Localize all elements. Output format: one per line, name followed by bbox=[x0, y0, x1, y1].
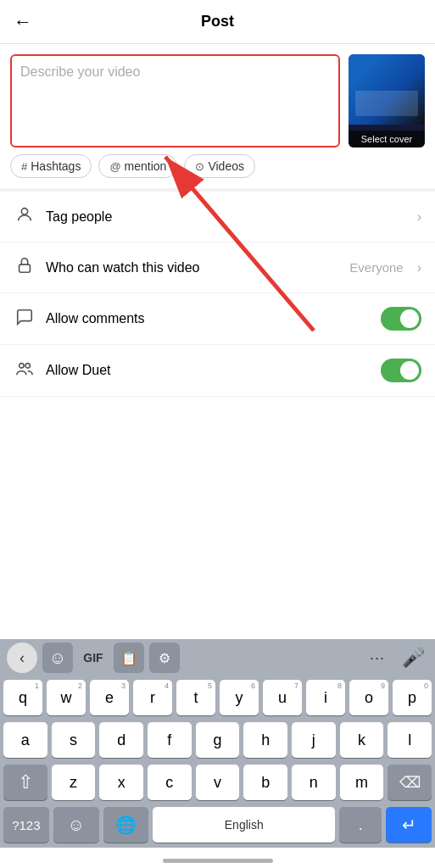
key-u[interactable]: u7 bbox=[263, 680, 302, 715]
clipboard-button[interactable]: 📋 bbox=[114, 643, 144, 673]
allow-duet-toggle[interactable] bbox=[381, 359, 421, 382]
who-can-watch-row[interactable]: Who can watch this video Everyone › bbox=[0, 242, 435, 293]
keyboard-bottom-row: ?123 ☺ 🌐 English . ↵ bbox=[0, 807, 435, 848]
videos-label: Videos bbox=[208, 159, 244, 173]
return-icon: ↵ bbox=[402, 815, 416, 835]
mention-icon: @ bbox=[109, 160, 120, 173]
allow-comments-row: Allow comments bbox=[0, 293, 435, 345]
keyboard-back-button[interactable]: ‹ bbox=[7, 643, 37, 673]
allow-comments-toggle[interactable] bbox=[381, 307, 421, 331]
tag-pills-row: # Hashtags @ mention ⊙ Videos bbox=[0, 154, 435, 188]
select-cover-label[interactable]: Select cover bbox=[349, 131, 425, 147]
cover-thumbnail[interactable]: Select cover bbox=[349, 54, 425, 147]
mic-button[interactable]: 🎤 bbox=[398, 643, 428, 673]
videos-pill[interactable]: ⊙ Videos bbox=[184, 154, 255, 178]
key-a[interactable]: a bbox=[3, 722, 47, 758]
key-g[interactable]: g bbox=[196, 722, 240, 758]
svg-point-0 bbox=[21, 209, 27, 214]
videos-icon: ⊙ bbox=[195, 160, 204, 173]
key-o[interactable]: o9 bbox=[349, 680, 388, 715]
num-label: ?123 bbox=[12, 818, 40, 832]
lock-icon bbox=[14, 256, 36, 279]
header: ← Post bbox=[0, 0, 435, 44]
backspace-key[interactable]: ⌫ bbox=[388, 765, 432, 800]
svg-rect-1 bbox=[20, 264, 31, 272]
tag-people-row[interactable]: Tag people › bbox=[0, 192, 435, 242]
key-r[interactable]: r4 bbox=[133, 680, 172, 715]
key-t[interactable]: t5 bbox=[176, 680, 215, 715]
globe-key[interactable]: 🌐 bbox=[103, 807, 149, 843]
key-d[interactable]: d bbox=[99, 722, 143, 758]
key-k[interactable]: k bbox=[340, 722, 384, 758]
shift-key[interactable]: ⇧ bbox=[3, 765, 47, 800]
keyboard: ‹ ☺ GIF 📋 ⚙ ··· 🎤 q1 w2 e3 r4 t5 y6 u7 i… bbox=[0, 639, 435, 848]
tag-people-label: Tag people bbox=[46, 209, 404, 225]
space-label: English bbox=[225, 818, 264, 832]
allow-duet-row: Allow Duet bbox=[0, 345, 435, 397]
tag-people-arrow: › bbox=[417, 209, 421, 225]
allow-comments-label: Allow comments bbox=[46, 311, 371, 326]
return-key[interactable]: ↵ bbox=[386, 807, 432, 843]
gif-button[interactable]: GIF bbox=[78, 643, 109, 673]
allow-duet-label: Allow Duet bbox=[46, 363, 371, 378]
key-row-2: a s d f g h j k l bbox=[3, 722, 432, 758]
key-p[interactable]: p0 bbox=[393, 680, 432, 715]
page-title: Post bbox=[201, 13, 234, 31]
space-key[interactable]: English bbox=[153, 807, 335, 843]
who-can-watch-value: Everyone bbox=[349, 260, 403, 275]
key-j[interactable]: j bbox=[292, 722, 336, 758]
key-i[interactable]: i8 bbox=[306, 680, 345, 715]
hashtag-icon: # bbox=[21, 160, 27, 173]
svg-point-2 bbox=[20, 363, 24, 368]
mention-label: mention bbox=[125, 159, 167, 173]
keyboard-keys: q1 w2 e3 r4 t5 y6 u7 i8 o9 p0 a s d f g … bbox=[0, 676, 435, 800]
period-key[interactable]: . bbox=[339, 807, 382, 843]
who-can-watch-label: Who can watch this video bbox=[46, 260, 339, 275]
key-q[interactable]: q1 bbox=[3, 680, 42, 715]
description-placeholder: Describe your video bbox=[20, 64, 140, 79]
emoji-icon: ☺ bbox=[67, 815, 84, 835]
key-h[interactable]: h bbox=[243, 722, 287, 758]
person-icon bbox=[14, 205, 36, 228]
key-c[interactable]: c bbox=[148, 765, 192, 800]
description-section: Describe your video Select cover bbox=[0, 44, 435, 154]
key-s[interactable]: s bbox=[52, 722, 96, 758]
key-row-3: ⇧ z x c v b n m ⌫ bbox=[3, 765, 432, 800]
emoji-board-button[interactable]: ☺ bbox=[42, 643, 73, 673]
key-x[interactable]: x bbox=[99, 765, 143, 800]
mention-pill[interactable]: @ mention bbox=[98, 154, 177, 178]
key-w[interactable]: w2 bbox=[47, 680, 86, 715]
hashtags-pill[interactable]: # Hashtags bbox=[10, 154, 92, 178]
key-z[interactable]: z bbox=[52, 765, 96, 800]
keyboard-toolbar: ‹ ☺ GIF 📋 ⚙ ··· 🎤 bbox=[0, 639, 435, 676]
key-n[interactable]: n bbox=[292, 765, 336, 800]
key-v[interactable]: v bbox=[196, 765, 240, 800]
key-b[interactable]: b bbox=[243, 765, 287, 800]
thumbnail-image bbox=[349, 54, 425, 125]
key-l[interactable]: l bbox=[388, 722, 432, 758]
description-input[interactable]: Describe your video bbox=[10, 54, 340, 147]
key-row-1: q1 w2 e3 r4 t5 y6 u7 i8 o9 p0 bbox=[3, 680, 432, 715]
more-options-button[interactable]: ··· bbox=[362, 643, 393, 673]
key-e[interactable]: e3 bbox=[90, 680, 129, 715]
gif-label: GIF bbox=[83, 651, 103, 665]
svg-point-3 bbox=[25, 363, 30, 368]
back-button[interactable]: ← bbox=[14, 11, 32, 33]
emoji-key[interactable]: ☺ bbox=[53, 807, 99, 843]
keyboard-settings-button[interactable]: ⚙ bbox=[149, 643, 180, 673]
key-y[interactable]: y6 bbox=[220, 680, 259, 715]
settings-section: Tag people › Who can watch this video Ev… bbox=[0, 188, 435, 397]
hashtags-label: Hashtags bbox=[31, 159, 81, 173]
numbers-key[interactable]: ?123 bbox=[3, 807, 49, 843]
globe-icon: 🌐 bbox=[115, 815, 137, 835]
home-indicator bbox=[163, 859, 273, 863]
duet-icon bbox=[14, 359, 36, 382]
key-m[interactable]: m bbox=[340, 765, 384, 800]
comment-icon bbox=[14, 308, 36, 331]
who-can-watch-arrow: › bbox=[417, 260, 421, 275]
period-label: . bbox=[359, 816, 363, 834]
key-f[interactable]: f bbox=[148, 722, 192, 758]
